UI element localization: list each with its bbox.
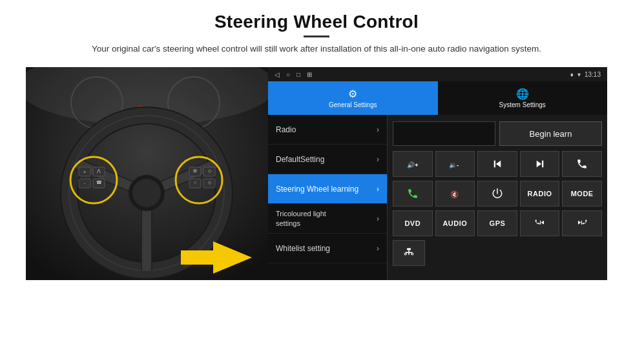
vol-down-button[interactable]: 🔉- bbox=[435, 151, 475, 177]
begin-learn-button[interactable]: Begin learn bbox=[499, 121, 602, 146]
svg-text:⋀: ⋀ bbox=[96, 168, 101, 174]
menu-item-whitelist[interactable]: Whitelist setting › bbox=[268, 234, 387, 263]
vol-down-icon: 🔉- bbox=[449, 158, 461, 170]
svg-text:○: ○ bbox=[194, 180, 196, 185]
svg-rect-35 bbox=[181, 250, 216, 265]
phone-prev-icon bbox=[534, 217, 546, 229]
svg-text:+: + bbox=[83, 170, 86, 174]
menu-item-radio[interactable]: Radio › bbox=[268, 115, 387, 145]
bottom-row bbox=[393, 240, 602, 266]
prev-track-icon bbox=[492, 158, 503, 170]
gps-label: GPS bbox=[490, 219, 506, 227]
recents-nav-icon[interactable]: □ bbox=[296, 71, 300, 78]
tab-general-settings[interactable]: ⚙ General Settings bbox=[268, 81, 438, 115]
chevron-icon-whitelist: › bbox=[377, 244, 379, 253]
icon-row-1: 🔊+ 🔉- bbox=[393, 151, 602, 177]
chevron-icon-default: › bbox=[377, 155, 379, 164]
svg-text:⊞: ⊞ bbox=[193, 168, 197, 173]
svg-rect-47 bbox=[407, 248, 411, 250]
content-area: + ⋀ - ☎ ⊞ ◇ ○ ◇ bbox=[26, 67, 607, 280]
system-settings-icon: 🌐 bbox=[516, 88, 529, 100]
svg-rect-41 bbox=[542, 161, 543, 168]
menu-item-tricoloured[interactable]: Tricoloured lightsettings › bbox=[268, 204, 387, 234]
menu-radio-label: Radio bbox=[276, 125, 296, 134]
main-content: Radio › DefaultSetting › Steering Wheel … bbox=[268, 115, 607, 280]
tab-system-settings[interactable]: 🌐 System Settings bbox=[438, 81, 608, 115]
svg-text:🔉-: 🔉- bbox=[449, 161, 459, 169]
dvd-label: DVD bbox=[404, 219, 420, 227]
page-container: Steering Wheel Control Your original car… bbox=[0, 0, 633, 364]
power-icon bbox=[492, 188, 503, 199]
title-section: Steering Wheel Control Your original car… bbox=[92, 12, 541, 63]
vol-up-icon: 🔊+ bbox=[407, 158, 419, 170]
apps-nav-icon[interactable]: ⊞ bbox=[307, 71, 312, 78]
title-divider bbox=[304, 35, 329, 37]
svg-rect-44 bbox=[540, 221, 541, 225]
svg-marker-38 bbox=[496, 161, 501, 168]
page-subtitle: Your original car's steering wheel contr… bbox=[92, 43, 541, 56]
menu-item-steering[interactable]: Steering Wheel learning › bbox=[268, 174, 387, 204]
svg-point-50 bbox=[404, 253, 406, 255]
menu-list: Radio › DefaultSetting › Steering Wheel … bbox=[268, 115, 388, 280]
phone-icon bbox=[576, 158, 588, 170]
radio-label: RADIO bbox=[528, 190, 552, 197]
mode-label: MODE bbox=[571, 190, 594, 197]
tab-bar: ⚙ General Settings 🌐 System Settings bbox=[268, 81, 607, 115]
phone-prev-button[interactable] bbox=[520, 210, 560, 236]
menu-tricoloured-label: Tricoloured lightsettings bbox=[276, 209, 326, 228]
gps-button[interactable]: GPS bbox=[477, 210, 517, 236]
mode-button[interactable]: MODE bbox=[562, 181, 602, 207]
menu-default-label: DefaultSetting bbox=[276, 155, 324, 164]
nav-icons: ◁ ○ □ ⊞ bbox=[275, 71, 312, 78]
location-icon: ♦ bbox=[570, 71, 574, 78]
status-right: ♦ ▾ 13:13 bbox=[570, 71, 601, 78]
home-nav-icon[interactable]: ○ bbox=[286, 71, 290, 78]
ui-panel: ◁ ○ □ ⊞ ♦ ▾ 13:13 ⚙ General Settings bbox=[268, 67, 607, 280]
vol-up-button[interactable]: 🔊+ bbox=[393, 151, 433, 177]
power-button[interactable] bbox=[477, 181, 517, 207]
answer-call-button[interactable] bbox=[393, 181, 433, 207]
icon-row-3: DVD AUDIO GPS bbox=[393, 210, 602, 236]
top-row: Begin learn bbox=[393, 120, 602, 147]
mute-icon: 🔇 bbox=[449, 188, 461, 199]
next-skip-icon bbox=[576, 217, 588, 229]
svg-rect-49 bbox=[406, 252, 413, 254]
svg-rect-39 bbox=[494, 161, 495, 168]
steering-wheel-image: + ⋀ - ☎ ⊞ ◇ ○ ◇ bbox=[26, 67, 268, 280]
steering-wheel-svg: + ⋀ - ☎ ⊞ ◇ ○ ◇ bbox=[26, 67, 268, 280]
audio-button[interactable]: AUDIO bbox=[435, 210, 475, 236]
svg-text:☎: ☎ bbox=[96, 180, 102, 185]
general-settings-icon: ⚙ bbox=[348, 88, 357, 100]
svg-rect-46 bbox=[581, 221, 582, 225]
back-nav-icon[interactable]: ◁ bbox=[275, 71, 280, 78]
svg-text:🔇: 🔇 bbox=[451, 190, 460, 199]
wifi-icon: ▾ bbox=[577, 71, 581, 78]
empty-display-box bbox=[393, 121, 495, 146]
svg-marker-40 bbox=[536, 161, 541, 168]
status-bar: ◁ ○ □ ⊞ ♦ ▾ 13:13 bbox=[268, 67, 607, 81]
menu-whitelist-label: Whitelist setting bbox=[276, 244, 330, 253]
next-track-button[interactable] bbox=[520, 151, 560, 177]
svg-marker-45 bbox=[578, 221, 581, 225]
next-skip-button[interactable] bbox=[562, 210, 602, 236]
tab-general-label: General Settings bbox=[329, 101, 377, 108]
tab-system-label: System Settings bbox=[499, 101, 546, 108]
mute-button[interactable]: 🔇 bbox=[435, 181, 475, 207]
usb-button[interactable] bbox=[393, 240, 425, 266]
svg-text:🔊+: 🔊+ bbox=[407, 161, 419, 169]
dvd-button[interactable]: DVD bbox=[393, 210, 433, 236]
usb-icon bbox=[403, 247, 415, 259]
svg-marker-43 bbox=[541, 221, 543, 225]
status-time: 13:13 bbox=[585, 71, 601, 78]
audio-label: AUDIO bbox=[442, 219, 467, 227]
prev-track-button[interactable] bbox=[477, 151, 517, 177]
answer-call-icon bbox=[407, 188, 419, 199]
chevron-icon-radio: › bbox=[377, 125, 379, 134]
svg-point-51 bbox=[411, 253, 413, 255]
chevron-icon-tricoloured: › bbox=[377, 214, 379, 223]
svg-point-15 bbox=[132, 179, 161, 207]
menu-item-default[interactable]: DefaultSetting › bbox=[268, 145, 387, 174]
page-title: Steering Wheel Control bbox=[92, 12, 541, 32]
radio-button[interactable]: RADIO bbox=[520, 181, 560, 207]
phone-button[interactable] bbox=[562, 151, 602, 177]
